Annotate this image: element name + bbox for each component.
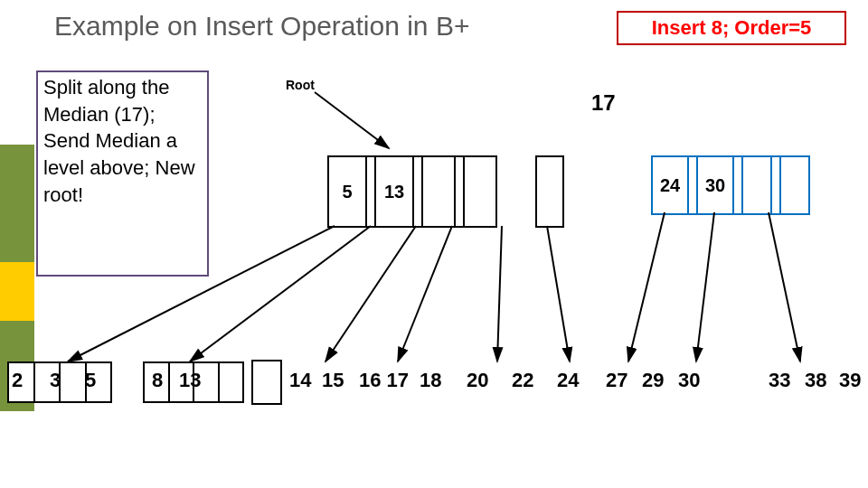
cell-gap (772, 157, 781, 213)
cell: 30 (698, 157, 734, 213)
leaf-1617: 16 17 (359, 369, 409, 392)
cell (465, 157, 495, 226)
cell-gap (456, 157, 465, 226)
sidebar-stripe-b (0, 262, 34, 321)
cell (781, 157, 808, 213)
internal-node-right: 24 30 (651, 155, 810, 215)
leaf-13: 13 (179, 369, 201, 392)
cell: 24 (653, 157, 689, 213)
insert-badge: Insert 8; Order=5 (617, 11, 846, 45)
slide-title: Example on Insert Operation in B+ (54, 11, 469, 42)
leaf-2: 2 (12, 369, 23, 392)
leaf-30: 30 (678, 369, 700, 392)
cell (423, 157, 456, 226)
leaf-27: 27 (606, 369, 627, 392)
leaf-row: 2 3 5 8 13 14 15 16 17 18 20 22 24 27 29… (0, 369, 868, 405)
svg-line-7 (628, 212, 665, 361)
leaf-22: 22 (512, 369, 533, 392)
cell-gap (689, 157, 698, 213)
node-fragment-overlap (535, 155, 564, 228)
cell (743, 157, 772, 213)
leaf-5: 5 (85, 369, 96, 392)
leaf-33: 33 (769, 369, 790, 392)
leaf-39: 39 (839, 369, 861, 392)
leaf-29: 29 (642, 369, 664, 392)
svg-line-3 (326, 226, 416, 361)
svg-line-6 (547, 226, 570, 361)
cell: 13 (376, 157, 414, 226)
leaf-38: 38 (805, 369, 826, 392)
svg-line-5 (497, 226, 502, 361)
leaf-14: 14 (289, 369, 311, 392)
svg-line-9 (769, 212, 800, 361)
root-label: Root (286, 78, 315, 92)
svg-line-2 (190, 226, 371, 361)
cell-gap (537, 157, 544, 226)
internal-node-left: 5 13 (327, 155, 497, 228)
cell-gap (414, 157, 423, 226)
leaf-20: 20 (467, 369, 488, 392)
svg-line-8 (696, 212, 714, 361)
root-key-17: 17 (591, 90, 616, 116)
leaf-18: 18 (420, 369, 441, 392)
annotation-box: Split along the Median (17); Send Median… (36, 70, 209, 277)
sidebar-stripe-a (0, 145, 34, 262)
cell-gap (367, 157, 376, 226)
svg-line-0 (315, 92, 389, 148)
leaf-8: 8 (152, 369, 163, 392)
leaf-3: 3 (50, 369, 61, 392)
leaf-24: 24 (557, 369, 579, 392)
leaf-15: 15 (322, 369, 344, 392)
cell-gap (734, 157, 743, 213)
svg-line-4 (398, 226, 452, 361)
cell: 5 (329, 157, 367, 226)
